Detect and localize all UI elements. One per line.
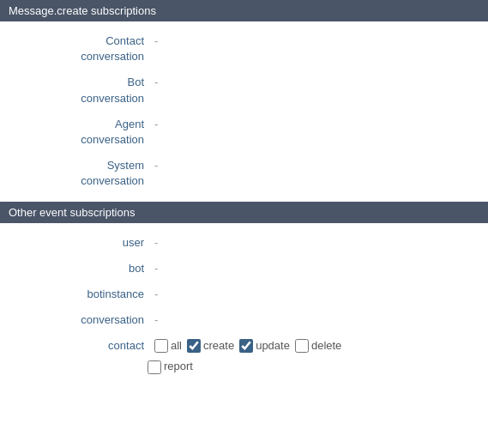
user-label: user [17, 235, 154, 251]
contact-report-row: report [0, 359, 488, 384]
contact-delete-checkbox[interactable] [295, 339, 309, 353]
message-create-header: Message.create subscriptions [0, 0, 488, 21]
contact-row: contact all create update [0, 333, 488, 359]
contact-report-label: report [164, 359, 193, 374]
contact-create-label: create [203, 338, 234, 354]
botinstance-label: botinstance [17, 287, 154, 302]
contact-update-checkbox[interactable] [239, 339, 253, 353]
contact-report-group: report [148, 359, 193, 374]
contact-all-checkbox[interactable] [154, 339, 168, 353]
bot-label: bot [17, 261, 154, 276]
contact-checkbox-group: all create update delete [154, 338, 341, 354]
contact-create-checkbox[interactable] [187, 339, 201, 353]
contact-update-item: update [239, 338, 290, 354]
other-event-content: user - bot - botinstance - conversation … [0, 223, 488, 392]
user-value: - [154, 235, 158, 251]
other-event-section: Other event subscriptions user - bot - b… [0, 202, 488, 392]
conversation-row: conversation - [0, 307, 488, 333]
bot-conversation-value: - [154, 75, 158, 90]
contact-delete-label: delete [311, 338, 341, 354]
agent-conversation-row: Agentconversation - [0, 112, 488, 153]
contact-conversation-row: Contactconversation - [0, 28, 488, 70]
agent-conversation-value: - [154, 117, 158, 132]
conversation-label: conversation [17, 312, 154, 328]
contact-report-item: report [148, 359, 193, 374]
message-create-section: Message.create subscriptions Contactconv… [0, 0, 488, 202]
agent-conversation-label: Agentconversation [17, 117, 154, 148]
contact-conversation-label: Contactconversation [17, 33, 154, 64]
bot-row: bot - [0, 256, 488, 282]
contact-conversation-value: - [154, 33, 158, 49]
bot-value: - [154, 261, 158, 276]
message-create-content: Contactconversation - Botconversation - … [0, 21, 488, 202]
system-conversation-label: Systemconversation [17, 158, 154, 189]
user-row: user - [0, 230, 488, 256]
other-event-header: Other event subscriptions [0, 202, 488, 223]
contact-checkboxes: all create update delete [154, 338, 341, 354]
botinstance-value: - [154, 287, 158, 302]
contact-update-label: update [256, 338, 290, 354]
contact-label: contact [17, 338, 154, 354]
conversation-value: - [154, 312, 158, 328]
contact-all-item: all [154, 338, 182, 354]
contact-all-label: all [171, 338, 182, 354]
system-conversation-value: - [154, 158, 158, 173]
contact-delete-item: delete [295, 338, 341, 354]
bot-conversation-label: Botconversation [17, 75, 154, 106]
contact-create-item: create [187, 338, 234, 354]
contact-report-checkbox[interactable] [148, 360, 161, 374]
bot-conversation-row: Botconversation - [0, 70, 488, 111]
system-conversation-row: Systemconversation - [0, 153, 488, 194]
botinstance-row: botinstance - [0, 282, 488, 307]
